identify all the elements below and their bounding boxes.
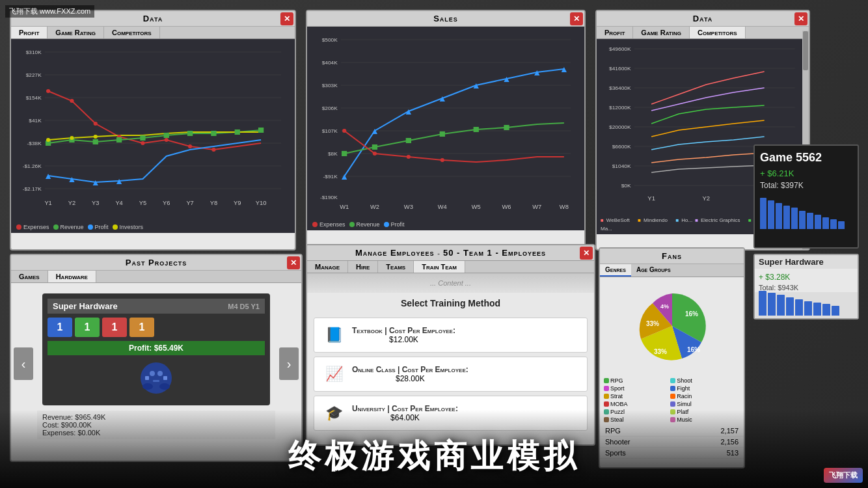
panel-data-left-tabs: Profit Game Rating Competitors bbox=[11, 27, 295, 39]
svg-point-48 bbox=[94, 135, 98, 139]
svg-text:$1040K: $1040K bbox=[612, 163, 631, 169]
bar-8 bbox=[815, 215, 821, 229]
svg-text:16%: 16% bbox=[685, 310, 698, 318]
fans-tabs: Genres Age Groups bbox=[600, 264, 744, 277]
svg-point-113 bbox=[157, 371, 163, 376]
svg-text:$8K: $8K bbox=[328, 151, 338, 157]
svg-text:Y9: Y9 bbox=[234, 200, 241, 206]
svg-point-115 bbox=[142, 383, 153, 390]
past-projects-close[interactable]: ✕ bbox=[287, 256, 300, 269]
svg-text:W2: W2 bbox=[370, 204, 379, 210]
tab-teams[interactable]: Teams bbox=[378, 261, 414, 273]
panel-past-projects: Past Projects ✕ Games Hardware Super Har… bbox=[10, 254, 303, 462]
svg-rect-82 bbox=[406, 138, 411, 143]
svg-rect-80 bbox=[342, 151, 347, 156]
manage-employees-title: Manage Employees - 50 - Team 1 - Employe… bbox=[355, 248, 546, 258]
sh-bar-8 bbox=[822, 304, 830, 316]
manage-employees-header: Manage Employees - 50 - Team 1 - Employe… bbox=[307, 245, 594, 261]
textbook-icon: 📘 bbox=[322, 323, 346, 347]
svg-point-112 bbox=[150, 371, 155, 376]
genre-stat-rpg: RPG 2,157 bbox=[600, 426, 744, 437]
legend-profit: Profit bbox=[88, 224, 109, 230]
bar-5 bbox=[791, 208, 798, 229]
score-box-3: 1 bbox=[102, 318, 127, 337]
svg-text:Y8: Y8 bbox=[210, 200, 217, 206]
chart-sales: $500K $404K $303K $206K $107K $8K -$91K … bbox=[307, 27, 584, 219]
svg-text:$6600K: $6600K bbox=[612, 144, 631, 150]
svg-text:Y6: Y6 bbox=[163, 200, 170, 206]
svg-rect-39 bbox=[211, 131, 216, 136]
genre-stat-shooter: Shooter 2,156 bbox=[600, 437, 744, 448]
legend-expenses: Expenses bbox=[16, 224, 49, 230]
scrollbar-thumb bbox=[803, 31, 808, 70]
genre-music: Music bbox=[670, 416, 735, 423]
tab-profit-right[interactable]: Profit bbox=[597, 27, 633, 38]
manage-employees-close[interactable]: ✕ bbox=[580, 247, 593, 260]
tab-competitors-left[interactable]: Competitors bbox=[104, 27, 160, 38]
panel-game-right: Game 5562 + $6.21K Total: $397K bbox=[753, 144, 859, 249]
training-textbook[interactable]: 📘 Textbook | Cost Per Employee: $12.00K bbox=[314, 318, 588, 353]
svg-point-47 bbox=[70, 136, 74, 140]
legend-investors: Investors bbox=[113, 224, 144, 230]
svg-text:$310K: $310K bbox=[26, 49, 42, 55]
genre-sport: Sport bbox=[604, 385, 669, 392]
svg-text:Y10: Y10 bbox=[256, 200, 267, 206]
svg-text:33%: 33% bbox=[646, 320, 659, 327]
genre-strat: Strat bbox=[604, 393, 669, 400]
tab-manage[interactable]: Manage bbox=[307, 261, 348, 273]
genre-stat-sports: Sports 513 bbox=[600, 448, 744, 459]
tab-hardware[interactable]: Hardware bbox=[48, 271, 96, 282]
svg-text:$41600K: $41600K bbox=[609, 66, 631, 72]
panel-manage-employees: Manage Employees - 50 - Team 1 - Employe… bbox=[306, 244, 595, 446]
training-university[interactable]: 🎓 University | Cost Per Employee: $64.00… bbox=[314, 396, 588, 431]
panel-sales-close[interactable]: ✕ bbox=[570, 12, 583, 25]
genre-platf: Platf bbox=[670, 409, 735, 415]
bar-10 bbox=[830, 219, 837, 229]
svg-point-89 bbox=[441, 158, 444, 162]
svg-text:Y2: Y2 bbox=[702, 195, 710, 202]
project-profit-bar: Profit: $65.49K bbox=[47, 341, 265, 355]
svg-point-46 bbox=[46, 138, 50, 142]
genre-racin: Racin bbox=[670, 393, 735, 400]
tab-hire[interactable]: Hire bbox=[348, 261, 378, 273]
super-hardware-bars bbox=[755, 292, 858, 318]
bar-11 bbox=[838, 221, 845, 229]
svg-text:4%: 4% bbox=[660, 303, 669, 310]
fans-pie-chart: 16% 16% 33% 33% 4% bbox=[600, 277, 744, 375]
tab-train-team[interactable]: Train Team bbox=[414, 261, 465, 273]
tab-competitors-right[interactable]: Competitors bbox=[690, 27, 746, 38]
svg-text:-$1.26K: -$1.26K bbox=[23, 163, 42, 169]
fans-tab-age-groups[interactable]: Age Groups bbox=[631, 264, 676, 277]
training-online[interactable]: 📈 Online Class | Cost Per Employee: $28.… bbox=[314, 357, 588, 392]
panel-data-left-close[interactable]: ✕ bbox=[280, 12, 293, 25]
tab-games[interactable]: Games bbox=[11, 271, 48, 282]
svg-text:W8: W8 bbox=[560, 204, 569, 210]
tab-game-rating-right[interactable]: Game Rating bbox=[633, 27, 690, 38]
svg-text:W6: W6 bbox=[502, 204, 511, 210]
nav-btn-prev[interactable]: ‹ bbox=[14, 347, 33, 380]
svg-rect-85 bbox=[504, 125, 509, 130]
sh-bar-5 bbox=[795, 299, 803, 316]
fans-tab-genres[interactable]: Genres bbox=[600, 264, 631, 277]
svg-point-26 bbox=[94, 122, 98, 126]
panel-super-hardware-right: Super Hardware + $3.28K Total: $943K bbox=[753, 254, 859, 319]
svg-rect-84 bbox=[474, 127, 479, 132]
sh-bar-6 bbox=[804, 301, 812, 316]
score-box-4: 1 bbox=[129, 318, 154, 337]
svg-rect-35 bbox=[116, 137, 122, 142]
game-right-total: Total: $397K bbox=[760, 181, 852, 190]
tab-game-rating-left[interactable]: Game Rating bbox=[47, 27, 104, 38]
fxxz-watermark: 飞翔下载 bbox=[824, 468, 863, 483]
nav-btn-next[interactable]: › bbox=[279, 347, 299, 380]
online-text: Online Class | Cost Per Employee: $28.00… bbox=[352, 365, 468, 383]
svg-point-88 bbox=[407, 155, 411, 159]
project-card-area: Super Hardware M4 D5 Y1 1 1 1 1 Profit: … bbox=[11, 283, 301, 444]
project-title: Super Hardware bbox=[53, 301, 118, 311]
tab-profit-left[interactable]: Profit bbox=[11, 27, 47, 38]
panel-data-right-tabs: Profit Game Rating Competitors bbox=[597, 27, 809, 39]
bar-9 bbox=[822, 217, 829, 229]
svg-point-87 bbox=[373, 152, 377, 156]
past-projects-tabs: Games Hardware bbox=[11, 271, 301, 283]
panel-data-right-close[interactable]: ✕ bbox=[794, 12, 807, 25]
panel-sales-title: Sales bbox=[307, 11, 584, 27]
